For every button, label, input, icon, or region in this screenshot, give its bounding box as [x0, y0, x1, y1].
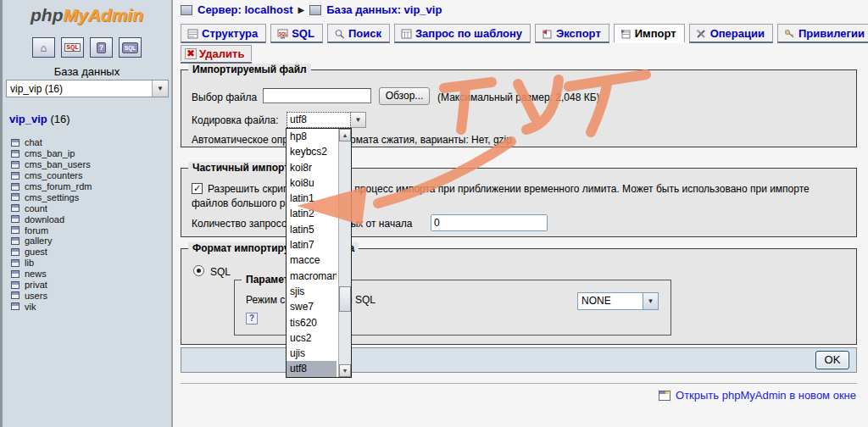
table-icon	[11, 270, 19, 278]
file-path-input[interactable]	[263, 88, 371, 103]
drop-database-button[interactable]: ✖ Удалить	[181, 45, 252, 61]
tab-query-by-example[interactable]: Запрос по шаблону	[394, 24, 531, 43]
open-new-window-link[interactable]: Открыть phpMyAdmin в новом окне	[676, 389, 856, 402]
charset-option[interactable]: hp8	[287, 129, 337, 144]
charset-option[interactable]: latin5	[287, 222, 337, 237]
charset-option-selected[interactable]: utf8	[287, 361, 337, 376]
table-item[interactable]: news	[11, 269, 92, 280]
svg-text:SQL: SQL	[279, 30, 287, 36]
chevron-down-icon[interactable]: ▼	[152, 80, 168, 97]
table-item[interactable]: privat	[11, 280, 92, 291]
table-item[interactable]: cms_forum_rdm	[11, 181, 92, 192]
charset-option[interactable]: koi8u	[287, 175, 337, 191]
skip-queries-input[interactable]	[431, 214, 548, 231]
table-icon	[11, 248, 19, 256]
tab-import[interactable]: Импорт	[614, 24, 685, 43]
query-icon	[401, 29, 412, 39]
scrollbar-thumb[interactable]	[339, 286, 351, 312]
table-item[interactable]: lib	[11, 258, 92, 269]
sidebar-nav-icons: ⌂ SQL ? SQL	[3, 37, 171, 58]
table-item[interactable]: users	[11, 290, 92, 301]
allow-interrupt-checkbox[interactable]: ✓	[192, 183, 203, 194]
charset-option[interactable]: koi8r	[287, 160, 337, 175]
charset-option[interactable]: latin7	[287, 237, 337, 252]
home-icon[interactable]: ⌂	[32, 37, 55, 58]
privileges-icon	[784, 29, 795, 39]
server-icon	[181, 5, 192, 15]
sql-compat-select[interactable]: NONE ▼	[577, 292, 659, 310]
table-icon	[11, 259, 19, 267]
tab-operations[interactable]: Операции	[689, 24, 773, 43]
table-item[interactable]: chat	[11, 137, 92, 148]
charset-option[interactable]: macroman	[287, 269, 337, 284]
charset-label: Кодировка файла:	[192, 114, 279, 126]
tab-privileges[interactable]: Привилегии	[777, 24, 868, 43]
structure-icon	[187, 29, 198, 39]
partial-import-legend: Частичный импорт	[188, 162, 293, 174]
browse-button[interactable]: Обзор...	[379, 87, 430, 105]
dropdown-scrollbar[interactable]: ▲ ▼	[338, 129, 351, 377]
database-icon	[309, 5, 321, 15]
charset-option[interactable]: keybcs2	[287, 144, 337, 159]
table-icon	[11, 237, 19, 245]
help-icon[interactable]: ?	[246, 313, 258, 324]
wrench-icon	[696, 29, 707, 39]
scroll-up-icon[interactable]: ▲	[339, 129, 351, 141]
breadcrumb-database-link[interactable]: База данных: vip_vip	[326, 3, 442, 16]
charset-option[interactable]: ucs2	[287, 330, 337, 346]
import-file-legend: Импортируемый файл	[188, 64, 311, 75]
table-item[interactable]: gallery	[11, 236, 92, 247]
chevron-down-icon[interactable]: ▼	[351, 112, 366, 128]
database-select[interactable]: vip_vip (16) ▼	[6, 80, 169, 97]
database-link[interactable]: vip_vip (16)	[9, 113, 70, 125]
table-item[interactable]: cms_ban_users	[11, 159, 92, 170]
table-item[interactable]: guest	[11, 247, 92, 258]
sql-compat-value: NONE	[578, 293, 643, 309]
partial-import-fieldset: Частичный импорт ✓ Разрешить скрипту пре…	[181, 168, 857, 237]
table-item[interactable]: cms_counters	[11, 170, 92, 181]
table-item[interactable]: count	[11, 202, 92, 214]
table-item[interactable]: forum	[11, 225, 92, 236]
charset-option[interactable]: tis620	[287, 315, 337, 330]
table-icon	[11, 172, 19, 180]
sql-history-icon[interactable]: SQL	[119, 37, 142, 58]
charset-option[interactable]: macce	[287, 252, 337, 268]
divider	[181, 383, 857, 384]
table-count: (16)	[50, 113, 70, 125]
tab-search[interactable]: Поиск	[327, 24, 390, 43]
max-size-note: (Максимальный размер: 2,048 КБ)	[437, 92, 600, 103]
chevron-down-icon[interactable]: ▼	[643, 293, 658, 309]
help-bubble-icon[interactable]: ?	[90, 37, 113, 58]
submit-bar: OK	[181, 347, 857, 373]
table-icon	[11, 161, 19, 169]
charset-option[interactable]: sjis	[287, 284, 337, 299]
phpmyadmin-logo: phpMyAdmin	[3, 5, 171, 25]
charset-option[interactable]: swe7	[287, 299, 337, 314]
tab-structure[interactable]: Структура	[181, 24, 266, 43]
scroll-down-icon[interactable]: ▼	[339, 364, 351, 377]
logo-php: php	[31, 5, 63, 25]
charset-select[interactable]: utf8 ▼	[287, 112, 366, 128]
table-icon	[11, 291, 19, 299]
table-item[interactable]: cms_settings	[11, 191, 92, 202]
logo-myadmin: MyAdmin	[63, 5, 143, 25]
tab-export[interactable]: Экспорт	[535, 24, 609, 43]
table-icon	[11, 302, 19, 310]
tab-sql[interactable]: SQLSQL	[270, 24, 323, 43]
sql-format-radio[interactable]	[193, 265, 204, 276]
table-item[interactable]: vik	[11, 301, 92, 312]
phpmyadmin-import-page: phpMyAdmin ⌂ SQL ? SQL База данных vip_v…	[0, 0, 868, 427]
breadcrumb-server-link[interactable]: Сервер: localhost	[198, 3, 293, 16]
main-content: Сервер: localhost ▶ База данных: vip_vip…	[171, 0, 868, 427]
table-icon	[11, 215, 19, 223]
sql-window-icon[interactable]: SQL	[61, 37, 84, 58]
table-item[interactable]: cms_ban_ip	[11, 148, 92, 159]
table-item[interactable]: download	[11, 214, 92, 225]
breadcrumb: Сервер: localhost ▶ База данных: vip_vip	[181, 3, 442, 16]
charset-option[interactable]: latin2	[287, 206, 337, 221]
ok-button[interactable]: OK	[815, 351, 849, 369]
new-window-icon	[659, 391, 670, 401]
table-icon	[11, 139, 19, 147]
charset-option[interactable]: ujis	[287, 346, 337, 361]
charset-option[interactable]: latin1	[287, 191, 337, 206]
